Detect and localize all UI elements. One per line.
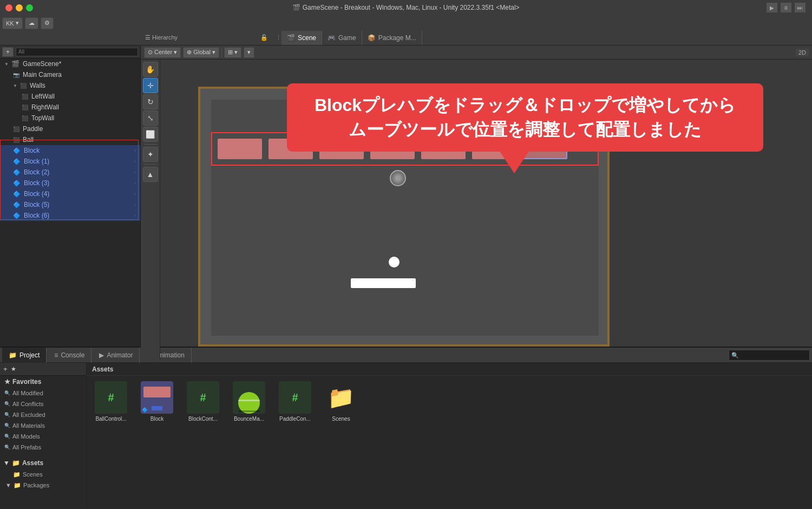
hierarchy-item-gamescene[interactable]: ▼ 🎬 GameScene* [0, 58, 140, 69]
hierarchy-item-block[interactable]: 🔷 Block › [0, 145, 140, 156]
asset-paddlecontroller[interactable]: # PaddleCon... [276, 381, 314, 422]
tool-custom[interactable]: ▲ [143, 167, 158, 182]
hierarchy-item-leftwall[interactable]: ⬛ LeftWall [0, 91, 140, 102]
favorites-header: ★ Favorites [0, 376, 86, 388]
hierarchy-panel-title: ☰ Hierarchy [145, 34, 178, 41]
tool-rotate[interactable]: ↻ [143, 94, 158, 109]
tab-project[interactable]: 📁 Project [2, 348, 47, 363]
folder-packages[interactable]: ▼ 📁 Packages [0, 480, 86, 491]
asset-ballcontroller[interactable]: # BallControl... [92, 381, 130, 422]
settings-button[interactable]: ⚙ [41, 17, 54, 29]
tab-console[interactable]: ≡ Console [48, 348, 91, 363]
titlebar: 🎬 GameScene - Breakout - Windows, Mac, L… [0, 0, 812, 15]
close-button[interactable] [5, 4, 12, 11]
hierarchy-search[interactable] [16, 48, 138, 56]
asset-label-blockcontroller: BlockCont... [188, 416, 218, 422]
console-icon: ≡ [54, 351, 58, 359]
package-icon: 📦 [368, 34, 376, 42]
tab-scene[interactable]: 🎬 Scene [281, 31, 322, 45]
fav-all-modified[interactable]: 🔍 All Modified [0, 388, 86, 399]
scene-global-btn[interactable]: ⊕ Global ▾ [183, 47, 219, 58]
tab-game[interactable]: 🎮 Game [322, 31, 362, 45]
hierarchy-lock-icon[interactable]: 🔓 [260, 34, 268, 41]
playbar-controls: ▶ ⏸ ⏭ [767, 3, 806, 12]
scene-view[interactable]: ⊙ Center ▾ ⊕ Global ▾ ⊞ ▾ ▾ 2D ✋ ✛ ↻ ⤡ ⬜… [141, 45, 812, 361]
block-0[interactable] [218, 139, 262, 159]
tab-bar: ☰ Hierarchy 🔓 ⋮ 🎬 Scene 🎮 Game 📦 Package… [0, 30, 812, 45]
asset-icon-block: 🔷 [141, 381, 173, 414]
tab-package[interactable]: 📦 Package M... [362, 31, 422, 45]
tooltip-text: Blockプレハブをドラッグ＆ドロップで増やしてからムーブツールで位置を調整して… [300, 93, 750, 142]
hierarchy-item-walls[interactable]: ▼ ⬛ Walls [0, 80, 140, 91]
star-icon[interactable]: ★ [11, 366, 16, 373]
asset-blockcontroller[interactable]: # BlockCont... [184, 381, 222, 422]
hierarchy-add-button[interactable]: + [2, 47, 14, 57]
asset-label-ballcontroller: BallControl... [95, 416, 126, 422]
hierarchy-item-block1[interactable]: 🔷 Block (1) › [0, 156, 140, 167]
assets-content: Assets # BallControl... 🔷 [87, 363, 812, 509]
kk-button[interactable]: KK ▾ [2, 17, 23, 29]
move-gizmo[interactable] [390, 170, 406, 186]
bottom-panel: 📁 Project ≡ Console ▶ Animator ◉ Animati… [0, 347, 812, 509]
tool-transform[interactable]: ✦ [143, 147, 158, 162]
paddle[interactable] [351, 278, 416, 288]
fav-all-excluded[interactable]: 🔍 All Excluded [0, 409, 86, 420]
hierarchy-menu-icon[interactable]: ⋮ [276, 34, 281, 41]
bottom-tabs: 📁 Project ≡ Console ▶ Animator ◉ Animati… [0, 348, 812, 363]
hierarchy-item-block4[interactable]: 🔷 Block (4) › [0, 188, 140, 199]
maximize-button[interactable] [26, 4, 33, 11]
scene-extra-btn[interactable]: ▾ [244, 47, 254, 58]
project-icon: 📁 [9, 351, 17, 359]
add-icon[interactable]: + [3, 365, 8, 373]
scene-layout-btn[interactable]: ⊞ ▾ [224, 47, 241, 58]
hierarchy-item-topwall[interactable]: ⬛ TopWall [0, 113, 140, 123]
asset-scenes[interactable]: 📁 Scenes [322, 381, 360, 422]
tool-hand[interactable]: ✋ [143, 62, 158, 77]
animator-icon: ▶ [99, 351, 104, 359]
conflicts-label: All Conflicts [12, 401, 43, 407]
assets-search-input[interactable] [729, 350, 810, 361]
fav-all-prefabs[interactable]: 🔍 All Prefabs [0, 442, 86, 453]
tool-move[interactable]: ✛ [143, 78, 158, 93]
step-button[interactable]: ⏭ [795, 3, 806, 12]
hierarchy-item-paddle[interactable]: ⬛ Paddle [0, 123, 140, 134]
play-button[interactable]: ▶ [767, 3, 777, 12]
tooltip-bubble: Blockプレハブをドラッグ＆ドロップで増やしてからムーブツールで位置を調整して… [287, 83, 763, 152]
fav-all-materials[interactable]: 🔍 All Materials [0, 420, 86, 431]
tool-rect[interactable]: ⬜ [143, 127, 158, 142]
pause-button[interactable]: ⏸ [781, 3, 791, 12]
hierarchy-panel: + ▼ 🎬 GameScene* 📷 Main Camera ▼ ⬛ Walls… [0, 45, 141, 361]
asset-bouncematerial[interactable]: BounceMa... [230, 381, 268, 422]
asset-label-scenes: Scenes [332, 416, 350, 422]
scene-center-btn[interactable]: ⊙ Center ▾ [144, 47, 181, 58]
hierarchy-item-block5[interactable]: 🔷 Block (5) › [0, 199, 140, 210]
asset-icon-scenes: 📁 [325, 381, 357, 414]
fav-all-models[interactable]: 🔍 All Models [0, 431, 86, 442]
asset-icon-ballcontroller: # [95, 381, 127, 414]
hierarchy-item-maincamera[interactable]: 📷 Main Camera [0, 69, 140, 80]
tool-scale[interactable]: ⤡ [143, 110, 158, 126]
cloud-button[interactable]: ☁ [25, 17, 38, 29]
hierarchy-toolbar: + [0, 45, 140, 58]
bottom-left-panel: + ★ ★ Favorites 🔍 All Modified 🔍 All Con… [0, 363, 87, 509]
hierarchy-item-rightwall[interactable]: ⬛ RightWall [0, 102, 140, 113]
folder-tree: ▼ 📁 Assets 📁 Scenes ▼ 📁 Packages [0, 457, 86, 491]
tool-palette: ✋ ✛ ↻ ⤡ ⬜ ✦ ▲ [141, 60, 160, 361]
asset-block[interactable]: 🔷 Block [138, 381, 176, 422]
tab-animator[interactable]: ▶ Animator [93, 348, 140, 363]
hierarchy-item-block2[interactable]: 🔷 Block (2) › [0, 167, 140, 178]
assets-folder-root[interactable]: ▼ 📁 Assets [0, 457, 86, 469]
hierarchy-item-ball[interactable]: ⬛ Ball [0, 134, 140, 145]
folder-scenes[interactable]: 📁 Scenes [0, 469, 86, 480]
window-title: 🎬 GameScene - Breakout - Windows, Mac, L… [292, 4, 519, 11]
fav-all-conflicts[interactable]: 🔍 All Conflicts [0, 399, 86, 409]
hierarchy-item-block3[interactable]: 🔷 Block (3) › [0, 178, 140, 188]
assets-grid: # BallControl... 🔷 Block [87, 376, 812, 428]
scene-icon: 🎬 [287, 34, 295, 42]
bottom-content: + ★ ★ Favorites 🔍 All Modified 🔍 All Con… [0, 363, 812, 509]
ball[interactable] [389, 257, 400, 267]
minimize-button[interactable] [16, 4, 23, 11]
assets-header: Assets [87, 363, 812, 376]
scene-2d-label: 2D [796, 49, 809, 56]
hierarchy-item-block6[interactable]: 🔷 Block (6) › [0, 210, 140, 221]
